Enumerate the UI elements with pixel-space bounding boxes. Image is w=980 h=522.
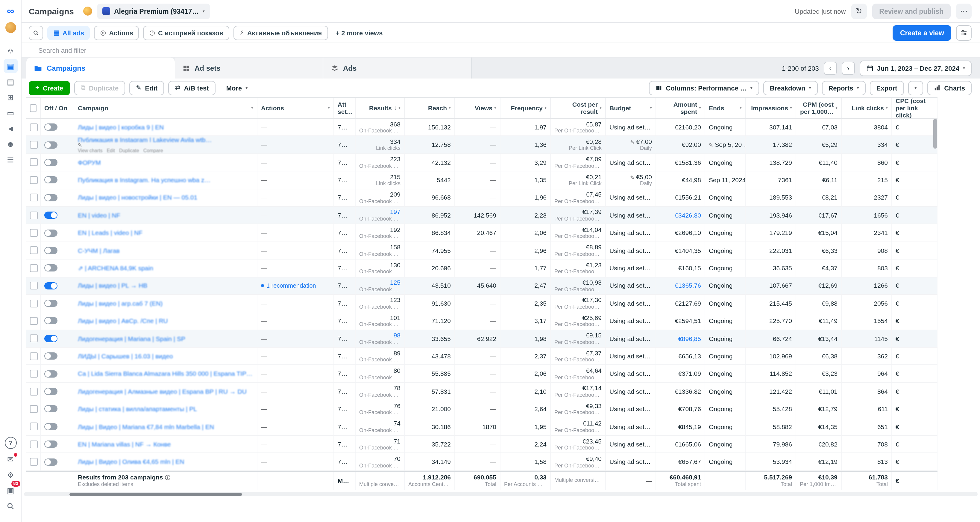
campaign-toggle[interactable]: [44, 247, 57, 254]
create-view-button[interactable]: Create a view: [893, 25, 951, 40]
help-icon[interactable]: ?: [5, 437, 16, 449]
info-icon[interactable]: ⓘ: [165, 475, 170, 480]
view-tab-history[interactable]: ◷ С историей показов: [143, 26, 229, 40]
campaign-name-link[interactable]: Лидогенерация | Mariana | Spain | SP: [78, 335, 253, 342]
row-checkbox[interactable]: [30, 317, 38, 325]
recommendation-link[interactable]: 1 recommendation: [261, 282, 330, 289]
campaign-name-link[interactable]: EN | Leads | video | NF: [78, 229, 253, 236]
campaign-toggle[interactable]: [44, 212, 57, 219]
row-checkbox[interactable]: [30, 141, 38, 148]
row-checkbox[interactable]: [30, 388, 38, 395]
row-checkbox[interactable]: [30, 370, 38, 378]
edit-budget-icon[interactable]: ✎: [630, 139, 634, 145]
view-tab-active-ads[interactable]: ⚡ Активные объявления: [234, 26, 328, 40]
row-checkbox[interactable]: [30, 158, 38, 166]
billing-nav-icon[interactable]: ▭: [3, 105, 18, 120]
campaign-name-link[interactable]: Са | Lida Sierra Blanca Almazara Hills 3…: [78, 370, 253, 378]
content-nav-icon[interactable]: ▤: [3, 74, 18, 89]
settings-gear-icon[interactable]: ⚙: [3, 468, 18, 482]
vertical-scrollbar-thumb[interactable]: [933, 119, 937, 148]
column-header-cost-per-result[interactable]: Cost per result▾: [551, 98, 606, 118]
column-header-campaign[interactable]: Campaign▾: [74, 98, 258, 118]
messages-icon[interactable]: ✉: [3, 452, 18, 466]
campaign-toggle[interactable]: [44, 423, 57, 430]
row-checkbox[interactable]: [30, 282, 38, 289]
campaign-name-link[interactable]: EN | Mariana villas | NF → Конве: [78, 441, 253, 448]
edit-button[interactable]: ✎Edit: [129, 81, 164, 95]
all-tools-icon[interactable]: ☰: [3, 152, 18, 167]
campaign-toggle[interactable]: [44, 353, 57, 360]
audiences-nav-icon[interactable]: ☻: [3, 137, 18, 151]
row-checkbox[interactable]: [30, 299, 38, 307]
row-checkbox[interactable]: [30, 229, 38, 237]
row-checkbox[interactable]: [30, 264, 38, 272]
breakdown-button[interactable]: Breakdown▾: [763, 81, 818, 95]
views-search-button[interactable]: [29, 26, 43, 40]
row-checkbox[interactable]: [30, 194, 38, 202]
campaign-name-link[interactable]: Лиды | видео | агр.саб 7 (EN): [78, 300, 253, 307]
campaign-toggle[interactable]: [44, 405, 57, 413]
campaign-toggle[interactable]: [44, 265, 57, 272]
column-header-impressions[interactable]: Impressions▾: [746, 98, 796, 118]
more-options-button[interactable]: ⋯: [956, 3, 972, 19]
campaign-toggle[interactable]: [44, 317, 57, 324]
meta-logo[interactable]: ∞: [7, 6, 14, 16]
view-settings-icon[interactable]: [956, 25, 972, 40]
edit-name-icon[interactable]: ✎: [78, 142, 251, 148]
account-home-icon[interactable]: ☺: [3, 43, 18, 57]
columns-button[interactable]: Columns: Performance …▾: [649, 81, 759, 95]
campaign-toggle[interactable]: [44, 300, 57, 307]
view-tab-actions[interactable]: ◎ Actions: [94, 26, 139, 40]
campaign-name-link[interactable]: Лиды | видео | АвСр. /Спе | RU: [78, 317, 253, 324]
campaign-name-link[interactable]: Лиды | Видео | Mariana €7,84 mln Marbell…: [78, 423, 253, 430]
row-checkbox[interactable]: [30, 440, 38, 448]
campaign-name-link[interactable]: ⇗ | ARCHENA 84,9K spain: [78, 264, 253, 272]
charts-button[interactable]: Charts: [928, 81, 972, 95]
campaign-toggle[interactable]: [44, 177, 57, 184]
search-icon[interactable]: [3, 499, 18, 513]
row-checkbox[interactable]: [30, 247, 38, 254]
search-filter-input[interactable]: [22, 46, 980, 54]
campaign-toggle[interactable]: [44, 141, 57, 148]
column-header-budget[interactable]: Budget▾: [606, 98, 656, 118]
export-button[interactable]: Export: [870, 81, 904, 95]
campaign-toggle[interactable]: [44, 194, 57, 201]
campaign-name-link[interactable]: Лиды | видео | новостройки | EN — 05.01: [78, 194, 253, 201]
tab-campaigns[interactable]: Campaigns: [26, 57, 175, 78]
tab-ad-sets[interactable]: Ad sets: [175, 57, 323, 78]
row-checkbox[interactable]: [30, 335, 38, 343]
row-checkbox[interactable]: [30, 123, 38, 131]
campaign-name-link[interactable]: С-УЧМ | Лагав: [78, 247, 253, 254]
planning-nav-icon[interactable]: ⊞: [3, 90, 18, 104]
campaign-toggle[interactable]: [44, 458, 57, 465]
campaign-toggle[interactable]: [44, 441, 57, 448]
row-checkbox[interactable]: [30, 211, 38, 219]
prev-page-button[interactable]: ‹: [824, 61, 837, 75]
edit-end-date-icon[interactable]: ✎: [709, 142, 713, 148]
column-header-off-on[interactable]: Off / On: [41, 98, 74, 118]
column-header-cpm[interactable]: CPM (cost per 1,000…▾: [796, 98, 842, 118]
column-header-reach[interactable]: Reach▾: [405, 98, 455, 118]
campaign-name-link[interactable]: Лиды | видео | PL → HB: [78, 282, 253, 289]
more-button[interactable]: More▾: [220, 81, 255, 95]
more-views-button[interactable]: + 2 more views: [332, 29, 386, 37]
column-header-amount-spent[interactable]: Amount spent▾: [656, 98, 705, 118]
column-header-actions[interactable]: Actions▾: [258, 98, 334, 118]
row-checkbox[interactable]: [30, 405, 38, 413]
promotions-nav-icon[interactable]: ◄: [3, 121, 18, 136]
campaign-name-link[interactable]: Публикация в Instagram | Lakeview Avila …: [78, 136, 253, 142]
view-tab-all-ads[interactable]: ▦ All ads: [47, 26, 90, 40]
column-header-link-clicks[interactable]: Link clicks▾: [842, 98, 892, 118]
campaigns-nav-icon[interactable]: ▦: [3, 59, 18, 73]
row-hover-tools[interactable]: View chartsEditDuplicateCompare: [78, 148, 253, 153]
campaign-toggle[interactable]: [44, 229, 57, 236]
campaign-name-link[interactable]: Лиды | Видео | Олива €4,65 mln | EN: [78, 458, 253, 466]
campaign-toggle[interactable]: [44, 123, 57, 131]
duplicate-button[interactable]: ⧉Duplicate: [74, 81, 125, 95]
campaign-toggle[interactable]: [44, 388, 57, 395]
row-checkbox[interactable]: [30, 458, 38, 466]
ab-test-button[interactable]: ⇄A/B test: [168, 81, 215, 95]
tab-ads[interactable]: Ads: [323, 57, 472, 78]
column-header-cpc[interactable]: CPC (cost per link click): [892, 98, 937, 118]
campaign-name-link[interactable]: Лиды | видео | коробка 9 | EN: [78, 123, 253, 131]
